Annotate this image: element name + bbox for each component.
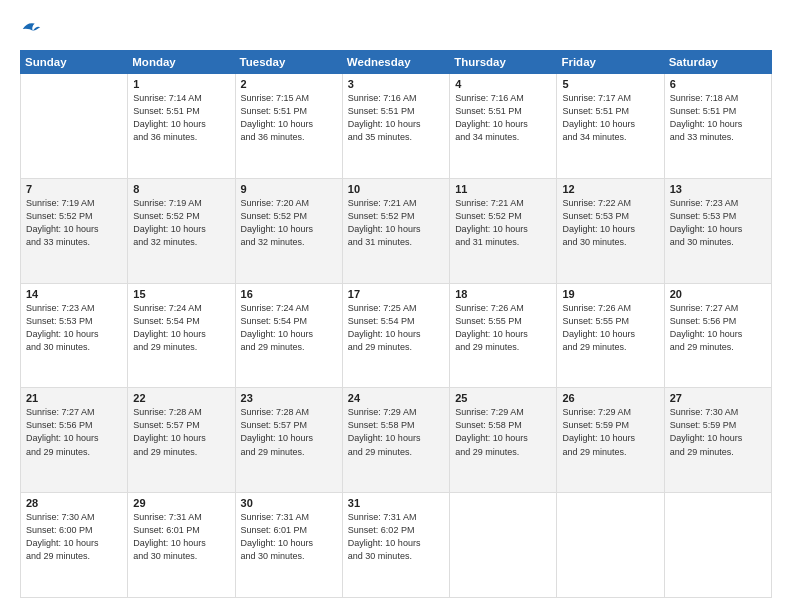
calendar-cell: 10Sunrise: 7:21 AM Sunset: 5:52 PM Dayli…: [342, 178, 449, 283]
calendar-cell: 21Sunrise: 7:27 AM Sunset: 5:56 PM Dayli…: [21, 388, 128, 493]
day-info: Sunrise: 7:20 AM Sunset: 5:52 PM Dayligh…: [241, 197, 337, 249]
day-info: Sunrise: 7:17 AM Sunset: 5:51 PM Dayligh…: [562, 92, 658, 144]
day-number: 30: [241, 497, 337, 509]
day-number: 23: [241, 392, 337, 404]
calendar-week-row: 7Sunrise: 7:19 AM Sunset: 5:52 PM Daylig…: [21, 178, 772, 283]
day-number: 26: [562, 392, 658, 404]
day-number: 20: [670, 288, 766, 300]
calendar-cell: 6Sunrise: 7:18 AM Sunset: 5:51 PM Daylig…: [664, 74, 771, 179]
day-info: Sunrise: 7:26 AM Sunset: 5:55 PM Dayligh…: [455, 302, 551, 354]
day-number: 7: [26, 183, 122, 195]
day-info: Sunrise: 7:21 AM Sunset: 5:52 PM Dayligh…: [455, 197, 551, 249]
day-info: Sunrise: 7:14 AM Sunset: 5:51 PM Dayligh…: [133, 92, 229, 144]
day-info: Sunrise: 7:31 AM Sunset: 6:02 PM Dayligh…: [348, 511, 444, 563]
calendar-week-row: 1Sunrise: 7:14 AM Sunset: 5:51 PM Daylig…: [21, 74, 772, 179]
calendar-cell: 28Sunrise: 7:30 AM Sunset: 6:00 PM Dayli…: [21, 493, 128, 598]
day-info: Sunrise: 7:15 AM Sunset: 5:51 PM Dayligh…: [241, 92, 337, 144]
calendar-cell: 4Sunrise: 7:16 AM Sunset: 5:51 PM Daylig…: [450, 74, 557, 179]
day-number: 17: [348, 288, 444, 300]
day-number: 16: [241, 288, 337, 300]
day-info: Sunrise: 7:22 AM Sunset: 5:53 PM Dayligh…: [562, 197, 658, 249]
day-number: 25: [455, 392, 551, 404]
day-info: Sunrise: 7:25 AM Sunset: 5:54 PM Dayligh…: [348, 302, 444, 354]
day-info: Sunrise: 7:19 AM Sunset: 5:52 PM Dayligh…: [133, 197, 229, 249]
day-number: 6: [670, 78, 766, 90]
calendar-cell: 17Sunrise: 7:25 AM Sunset: 5:54 PM Dayli…: [342, 283, 449, 388]
day-info: Sunrise: 7:29 AM Sunset: 5:59 PM Dayligh…: [562, 406, 658, 458]
calendar-cell: 31Sunrise: 7:31 AM Sunset: 6:02 PM Dayli…: [342, 493, 449, 598]
day-number: 21: [26, 392, 122, 404]
weekday-header-row: SundayMondayTuesdayWednesdayThursdayFrid…: [21, 51, 772, 74]
calendar-cell: 15Sunrise: 7:24 AM Sunset: 5:54 PM Dayli…: [128, 283, 235, 388]
calendar-cell: 25Sunrise: 7:29 AM Sunset: 5:58 PM Dayli…: [450, 388, 557, 493]
day-info: Sunrise: 7:21 AM Sunset: 5:52 PM Dayligh…: [348, 197, 444, 249]
weekday-header-friday: Friday: [557, 51, 664, 74]
day-info: Sunrise: 7:29 AM Sunset: 5:58 PM Dayligh…: [348, 406, 444, 458]
calendar-week-row: 28Sunrise: 7:30 AM Sunset: 6:00 PM Dayli…: [21, 493, 772, 598]
day-info: Sunrise: 7:28 AM Sunset: 5:57 PM Dayligh…: [241, 406, 337, 458]
day-info: Sunrise: 7:29 AM Sunset: 5:58 PM Dayligh…: [455, 406, 551, 458]
day-number: 27: [670, 392, 766, 404]
calendar-cell: 5Sunrise: 7:17 AM Sunset: 5:51 PM Daylig…: [557, 74, 664, 179]
day-number: 15: [133, 288, 229, 300]
calendar-cell: 20Sunrise: 7:27 AM Sunset: 5:56 PM Dayli…: [664, 283, 771, 388]
day-number: 24: [348, 392, 444, 404]
day-number: 29: [133, 497, 229, 509]
calendar-cell: 30Sunrise: 7:31 AM Sunset: 6:01 PM Dayli…: [235, 493, 342, 598]
calendar-cell: 12Sunrise: 7:22 AM Sunset: 5:53 PM Dayli…: [557, 178, 664, 283]
calendar-cell: 14Sunrise: 7:23 AM Sunset: 5:53 PM Dayli…: [21, 283, 128, 388]
calendar-cell: [557, 493, 664, 598]
day-number: 10: [348, 183, 444, 195]
calendar-cell: 16Sunrise: 7:24 AM Sunset: 5:54 PM Dayli…: [235, 283, 342, 388]
day-number: 22: [133, 392, 229, 404]
day-info: Sunrise: 7:19 AM Sunset: 5:52 PM Dayligh…: [26, 197, 122, 249]
calendar-cell: 8Sunrise: 7:19 AM Sunset: 5:52 PM Daylig…: [128, 178, 235, 283]
weekday-header-thursday: Thursday: [450, 51, 557, 74]
calendar-cell: 1Sunrise: 7:14 AM Sunset: 5:51 PM Daylig…: [128, 74, 235, 179]
day-number: 14: [26, 288, 122, 300]
day-number: 1: [133, 78, 229, 90]
day-number: 11: [455, 183, 551, 195]
day-info: Sunrise: 7:30 AM Sunset: 5:59 PM Dayligh…: [670, 406, 766, 458]
calendar-week-row: 21Sunrise: 7:27 AM Sunset: 5:56 PM Dayli…: [21, 388, 772, 493]
day-number: 28: [26, 497, 122, 509]
weekday-header-wednesday: Wednesday: [342, 51, 449, 74]
day-number: 9: [241, 183, 337, 195]
day-info: Sunrise: 7:31 AM Sunset: 6:01 PM Dayligh…: [133, 511, 229, 563]
day-info: Sunrise: 7:27 AM Sunset: 5:56 PM Dayligh…: [26, 406, 122, 458]
day-number: 12: [562, 183, 658, 195]
weekday-header-tuesday: Tuesday: [235, 51, 342, 74]
calendar-cell: 9Sunrise: 7:20 AM Sunset: 5:52 PM Daylig…: [235, 178, 342, 283]
day-info: Sunrise: 7:31 AM Sunset: 6:01 PM Dayligh…: [241, 511, 337, 563]
day-number: 18: [455, 288, 551, 300]
calendar-cell: 3Sunrise: 7:16 AM Sunset: 5:51 PM Daylig…: [342, 74, 449, 179]
weekday-header-saturday: Saturday: [664, 51, 771, 74]
calendar-week-row: 14Sunrise: 7:23 AM Sunset: 5:53 PM Dayli…: [21, 283, 772, 388]
day-info: Sunrise: 7:16 AM Sunset: 5:51 PM Dayligh…: [455, 92, 551, 144]
calendar-cell: 7Sunrise: 7:19 AM Sunset: 5:52 PM Daylig…: [21, 178, 128, 283]
calendar-cell: 29Sunrise: 7:31 AM Sunset: 6:01 PM Dayli…: [128, 493, 235, 598]
calendar-cell: [450, 493, 557, 598]
calendar-cell: [664, 493, 771, 598]
day-info: Sunrise: 7:16 AM Sunset: 5:51 PM Dayligh…: [348, 92, 444, 144]
calendar-cell: 23Sunrise: 7:28 AM Sunset: 5:57 PM Dayli…: [235, 388, 342, 493]
day-info: Sunrise: 7:27 AM Sunset: 5:56 PM Dayligh…: [670, 302, 766, 354]
calendar-cell: 2Sunrise: 7:15 AM Sunset: 5:51 PM Daylig…: [235, 74, 342, 179]
calendar-cell: 24Sunrise: 7:29 AM Sunset: 5:58 PM Dayli…: [342, 388, 449, 493]
day-info: Sunrise: 7:28 AM Sunset: 5:57 PM Dayligh…: [133, 406, 229, 458]
calendar-cell: 11Sunrise: 7:21 AM Sunset: 5:52 PM Dayli…: [450, 178, 557, 283]
calendar-cell: 18Sunrise: 7:26 AM Sunset: 5:55 PM Dayli…: [450, 283, 557, 388]
header: [20, 18, 772, 40]
page: SundayMondayTuesdayWednesdayThursdayFrid…: [0, 0, 792, 612]
day-number: 13: [670, 183, 766, 195]
calendar-cell: 19Sunrise: 7:26 AM Sunset: 5:55 PM Dayli…: [557, 283, 664, 388]
calendar-cell: 22Sunrise: 7:28 AM Sunset: 5:57 PM Dayli…: [128, 388, 235, 493]
day-number: 8: [133, 183, 229, 195]
calendar-cell: 26Sunrise: 7:29 AM Sunset: 5:59 PM Dayli…: [557, 388, 664, 493]
day-info: Sunrise: 7:26 AM Sunset: 5:55 PM Dayligh…: [562, 302, 658, 354]
day-info: Sunrise: 7:23 AM Sunset: 5:53 PM Dayligh…: [670, 197, 766, 249]
calendar-cell: 27Sunrise: 7:30 AM Sunset: 5:59 PM Dayli…: [664, 388, 771, 493]
calendar-table: SundayMondayTuesdayWednesdayThursdayFrid…: [20, 50, 772, 598]
day-info: Sunrise: 7:23 AM Sunset: 5:53 PM Dayligh…: [26, 302, 122, 354]
weekday-header-sunday: Sunday: [21, 51, 128, 74]
